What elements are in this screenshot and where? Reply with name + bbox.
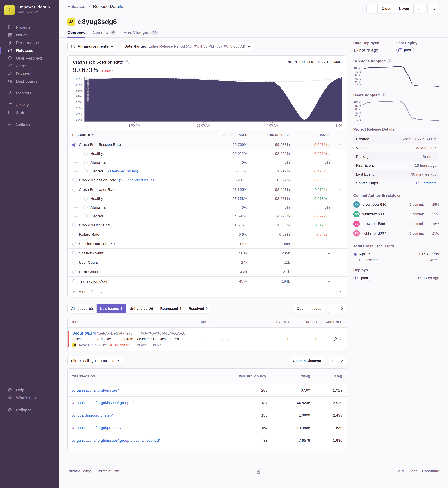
help-circle-icon[interactable]: ? (382, 93, 386, 97)
sidebar-item-activity[interactable]: Activity (0, 101, 59, 109)
org-switcher[interactable]: Empower Plant Jane Schmidt (0, 0, 59, 24)
legend-item[interactable]: This Release (288, 60, 313, 64)
sidebar-item-monitors[interactable]: Monitors (0, 89, 59, 97)
sidebar-item-settings[interactable]: Settings (0, 120, 59, 128)
metric-radio[interactable] (72, 178, 76, 182)
metric-row-transaction-count[interactable]: Transaction Count457k194k– (68, 277, 347, 286)
metric-radio[interactable] (72, 242, 76, 246)
sidebar-item-user-feedback[interactable]: User Feedback (0, 54, 59, 62)
metric-radio[interactable] (72, 251, 76, 255)
metric-radio[interactable] (84, 197, 88, 201)
first-release-button[interactable] (367, 4, 378, 13)
metric-radio[interactable] (84, 214, 88, 218)
metric-radio[interactable] (72, 188, 76, 192)
metric-row-abnormal[interactable]: Abnormal0%0%0% (68, 158, 347, 167)
metric-radio[interactable] (84, 152, 88, 156)
metric-row-healthy[interactable]: Healthy93.658%93.671%0.013% ↑ (68, 194, 347, 203)
last-release-button[interactable] (414, 4, 424, 13)
transactions-next-button[interactable] (337, 356, 347, 365)
metric-radio[interactable] (72, 260, 76, 265)
metric-radio[interactable] (72, 233, 76, 236)
sidebar-item-discover[interactable]: Discover (0, 70, 59, 78)
tab-commits[interactable]: Commits4 (93, 30, 116, 37)
issues-tab-unhandled[interactable]: Unhandled26 (126, 304, 157, 313)
metric-row-session-duration-p50[interactable]: Session Duration p500ms0ms– (68, 239, 347, 249)
tab-overview[interactable]: Overview (67, 30, 85, 37)
issues-prev-button[interactable] (328, 304, 337, 313)
metric-row-error-count[interactable]: Error Count4.3k2.1k– (68, 267, 347, 277)
metric-row-errored[interactable]: Errored(68 handled issues)0.744%1.217%0.… (68, 167, 347, 176)
assignee-selector[interactable] (317, 337, 342, 342)
metric-row-session-count[interactable]: Session Count501k205k– (68, 249, 347, 258)
sidebar-item-alerts[interactable]: Alerts (0, 62, 59, 70)
environment-filter[interactable]: All Environments (67, 42, 117, 51)
sidebar-item-what-s-new[interactable]: What's new (0, 394, 59, 402)
open-in-discover-button[interactable]: Open in Discover (289, 356, 325, 365)
issues-tab-all-issues[interactable]: All Issues90 (68, 304, 96, 313)
legend-item[interactable]: All Releases (318, 60, 342, 64)
metric-radio[interactable] (84, 161, 88, 164)
deploy-env-pill[interactable]: ↗ prod (353, 275, 371, 281)
open-in-issues-button[interactable]: Open in Issues (293, 304, 325, 313)
metric-row-crashed-user-rate[interactable]: Crashed User Rate1.645%1.533%0.112% ↓ (68, 221, 347, 230)
metric-row-user-count[interactable]: User Count24k11k– (68, 258, 347, 267)
sidebar-item-stats[interactable]: Stats (0, 109, 59, 117)
newer-button[interactable]: Newer (395, 4, 414, 13)
deploy-env-pill[interactable]: ↗ prod (396, 47, 414, 53)
metric-row-crash-free-user-rate[interactable]: Crash Free User Rate98.355%98.467%0.112%… (68, 185, 347, 194)
issues-tab-new-issues[interactable]: New Issues1 (96, 304, 126, 313)
transaction-link[interactable]: /organizations/:orgId/issues/:groupId/ev… (72, 438, 219, 443)
tab-files-changed[interactable]: Files Changed11 (123, 30, 158, 37)
users-adopted-chart[interactable] (363, 101, 439, 121)
metric-row-crash-free-session-rate[interactable]: Crash Free Session Rate99.766%99.673%0.0… (68, 140, 347, 149)
sidebar-item-releases[interactable]: Releases (0, 47, 59, 54)
metric-radio[interactable] (72, 142, 76, 147)
transaction-link[interactable]: /onboarding/:orgId/:step/ (72, 413, 219, 417)
sidebar-item-help[interactable]: Help (0, 386, 59, 394)
transactions-prev-button[interactable] (328, 356, 337, 365)
metric-row-failure-rate[interactable]: Failure Rate0.6%0.63%0.04% ↑ (68, 230, 347, 239)
metric-radio[interactable] (72, 279, 76, 283)
detail-value[interactable]: 899 artifacts (416, 181, 437, 185)
sidebar-item-dashboards[interactable]: Dashboards (0, 78, 59, 85)
sidebar-item-issues[interactable]: Issues (0, 31, 59, 39)
metric-radio[interactable] (84, 169, 88, 173)
issue-title-link[interactable]: SecurityError (72, 331, 98, 335)
transaction-link[interactable]: /organizations/:orgId/projects/ (72, 426, 219, 430)
metric-issues-link[interactable]: (26 unhandled issues) (119, 178, 156, 182)
row-chevron[interactable] (330, 188, 342, 191)
contribute-link[interactable]: Contribute (422, 469, 439, 473)
metric-issues-link[interactable]: (68 handled issues) (105, 169, 138, 173)
sidebar-item-projects[interactable]: Projects (0, 24, 59, 31)
transaction-filter[interactable]: Filter: Failing Transactions (67, 356, 123, 365)
metric-row-crashed-session-rate[interactable]: Crashed Session Rate(26 unhandled issues… (68, 176, 347, 185)
hide-others-button[interactable]: Hide 4 Others (68, 286, 347, 297)
terms-link[interactable]: Terms of Use (97, 469, 119, 473)
help-circle-icon[interactable]: ? (388, 59, 392, 63)
more-actions-button[interactable]: … (427, 4, 439, 13)
metric-radio[interactable] (84, 206, 88, 209)
metric-row-errored[interactable]: Errored4.697%4.796%0.099% ↑ (68, 212, 347, 221)
help-circle-icon[interactable]: ? (125, 60, 129, 64)
older-button[interactable]: Older (378, 4, 395, 13)
row-chevron[interactable] (330, 143, 342, 146)
copy-icon[interactable] (120, 20, 124, 24)
issues-next-button[interactable] (337, 304, 347, 313)
metric-radio[interactable] (72, 270, 76, 274)
breadcrumb-releases[interactable]: Releases (67, 4, 85, 9)
transaction-link[interactable]: /organizations/:orgId/issues/ (72, 388, 219, 393)
metric-radio[interactable] (72, 223, 76, 227)
metric-row-healthy[interactable]: Healthy99.022%98.456%0.566% ↓ (68, 149, 347, 158)
docs-link[interactable]: Docs (409, 469, 417, 473)
issues-tab-resolved[interactable]: Resolved0 (185, 304, 211, 313)
issue-row[interactable]: SecurityError getCookie(data:text/html,%… (68, 328, 347, 351)
sidebar-item-performance[interactable]: Performance (0, 39, 59, 47)
metric-row-abnormal[interactable]: Abnormal0%0%0% (68, 203, 347, 212)
transaction-link[interactable]: /organizations/:orgId/issues/:groupId/ (72, 401, 219, 405)
sidebar-item-collapse[interactable]: Collapse (0, 406, 59, 414)
date-range-filter[interactable]: Date Range: Entire Release Period (Apr 0… (120, 42, 254, 51)
privacy-policy-link[interactable]: Privacy Policy (67, 469, 91, 473)
session-rate-chart[interactable]: Release Created (84, 77, 342, 122)
api-link[interactable]: API (398, 469, 404, 473)
sessions-adopted-chart[interactable] (363, 66, 439, 87)
